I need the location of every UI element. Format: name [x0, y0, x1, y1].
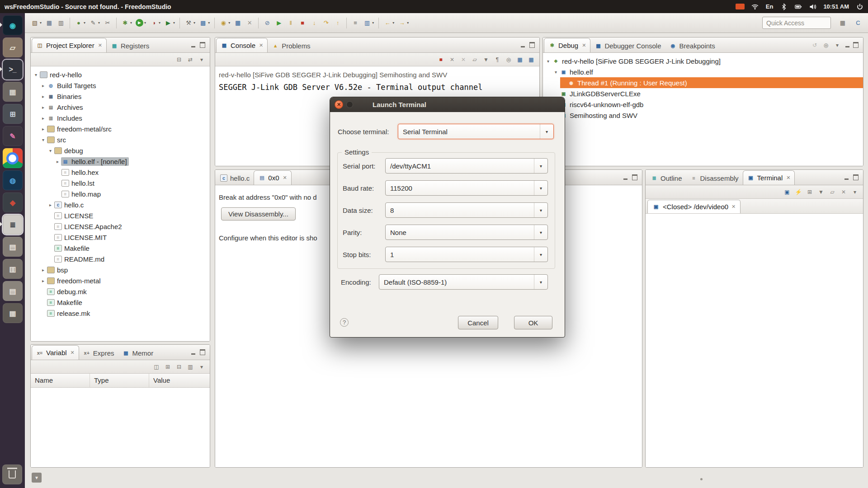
dropdown-arrow-icon[interactable]: ▾	[173, 21, 175, 25]
launcher-icon-app4[interactable]: ▦	[3, 82, 23, 102]
combo-arrow-icon[interactable]: ▾	[534, 159, 547, 173]
expand-arrow-icon[interactable]: ▸	[40, 105, 47, 110]
back-button[interactable]: ← ▾	[382, 17, 396, 29]
column-header[interactable]: Value	[149, 374, 210, 387]
tab-hello-c[interactable]: c hello.c ✕	[216, 171, 254, 185]
status-launch-icon[interactable]: ▾	[32, 473, 42, 483]
remove-button[interactable]: ✕ ▾	[244, 17, 255, 29]
tree-item[interactable]: ▸ ◎ Build Targets	[31, 80, 210, 91]
combo-arrow-icon[interactable]: ▾	[534, 275, 547, 289]
dropdown-arrow-icon[interactable]: ▾	[208, 21, 210, 25]
maximize-button[interactable]	[853, 174, 859, 181]
step-return-button[interactable]: ↑ ▾	[332, 17, 343, 29]
collapse-all-button[interactable]: ⊟	[175, 55, 184, 64]
tab-project-explorer[interactable]: ◫ Project Explorer ✕	[32, 38, 107, 52]
ok-button[interactable]: OK	[514, 316, 552, 329]
terminal-connection-tab[interactable]: ▣ <Closed> /dev/video0 ✕	[647, 200, 741, 213]
battery-icon[interactable]	[794, 3, 802, 10]
new-terminal-view-button[interactable]: ⊞	[805, 188, 814, 197]
toolbar-button[interactable]: ▾	[116, 18, 117, 28]
variables-table-body[interactable]	[31, 388, 210, 467]
network-icon[interactable]	[751, 3, 759, 10]
add-variable-button[interactable]: ⊞	[163, 362, 172, 371]
tab-terminal[interactable]: ▣ Terminal ✕	[743, 170, 795, 185]
scroll-lock-button[interactable]: ▼▾	[481, 55, 491, 64]
dropdown-arrow-icon[interactable]: ▾	[407, 21, 409, 25]
cut-button[interactable]: ✂ ▾	[102, 17, 113, 29]
dropdown-arrow-icon[interactable]: ▾	[84, 21, 85, 25]
dialog-titlebar[interactable]: ✕ Launch Terminal	[330, 97, 565, 112]
indicator-app-icon[interactable]	[736, 4, 745, 9]
tab-variables[interactable]: x= Variabl ✕	[32, 345, 79, 360]
pin-console-button[interactable]: ◎▾	[504, 55, 513, 64]
resume-button[interactable]: ▶ ▾	[274, 17, 284, 29]
skip-breakpoints-button[interactable]: ⊘ ▾	[262, 17, 273, 29]
expand-arrow-icon[interactable]: ▸	[54, 159, 61, 164]
field-select[interactable]: /dev/ttyACM1 ▾	[385, 158, 548, 174]
terminal-menu-button[interactable]: ▾	[850, 188, 859, 197]
dialog-close-button[interactable]: ✕	[335, 100, 343, 109]
expand-arrow-icon[interactable]: ▸	[40, 116, 47, 121]
tab-close-icon[interactable]: ✕	[582, 42, 586, 48]
quick-access-input[interactable]	[762, 17, 831, 29]
tab-breakpoints[interactable]: ◉ Breakpoints ✕	[665, 39, 719, 52]
combo-arrow-icon[interactable]: ▾	[540, 124, 553, 139]
minimize-button[interactable]	[843, 174, 849, 181]
external-run-button[interactable]: ▶ ▾	[163, 17, 176, 29]
tree-item[interactable]: ≡ hello.map	[31, 188, 210, 199]
tree-item[interactable]: ≡ README.md	[31, 253, 210, 264]
tree-item[interactable]: ≡ debug.mk	[31, 286, 210, 297]
minimize-button[interactable]	[622, 174, 628, 181]
debug-button[interactable]: ✱ ▾	[120, 17, 133, 29]
launcher-icon-freedomstudio[interactable]: ◉	[3, 15, 23, 35]
terminate-console-button[interactable]: ■▾	[436, 55, 445, 64]
dropdown-arrow-icon[interactable]: ▾	[144, 21, 146, 25]
dropdown-arrow-icon[interactable]: ▾	[159, 21, 160, 25]
field-select[interactable]: None ▾	[385, 225, 548, 240]
link-editor-button[interactable]: ⇄	[186, 55, 195, 64]
launcher-icon-terminal[interactable]: >_	[3, 60, 23, 80]
dropdown-arrow-icon[interactable]: ▾	[392, 21, 394, 25]
display-console-button[interactable]: ▦▾	[515, 55, 524, 64]
restart-button[interactable]: ↺	[810, 41, 819, 50]
show-columns-button[interactable]: ◫	[152, 362, 161, 371]
disconnect-button[interactable]: ✕	[839, 188, 848, 197]
step-into-button[interactable]: ↓ ▾	[309, 17, 320, 29]
tab-registers[interactable]: ▦ Registers ✕	[107, 39, 153, 52]
variables-menu-button[interactable]: ▾	[197, 362, 206, 371]
run-button[interactable]: ▶ ▾	[134, 17, 147, 29]
tab-close-icon[interactable]: ✕	[786, 175, 790, 181]
remove-variable-button[interactable]: ⊟	[175, 362, 184, 371]
choose-terminal-select[interactable]: Serial Terminal ▾	[398, 124, 554, 139]
tab-outline[interactable]: ≣ Outline ✕	[646, 171, 686, 185]
open-perspective-button[interactable]: ▦ ▾	[837, 17, 848, 29]
combo-arrow-icon[interactable]: ▾	[534, 225, 547, 239]
new-c-project-button[interactable]: ▩ ▾	[198, 17, 211, 29]
tab-close-icon[interactable]: ✕	[71, 350, 75, 356]
tree-item[interactable]: ≡ LICENSE	[31, 210, 210, 221]
session-menu-icon[interactable]	[856, 3, 863, 10]
expand-arrow-icon[interactable]: ▸	[40, 94, 47, 99]
tab-console[interactable]: ▦ Console ✕	[216, 38, 268, 52]
tree-item[interactable]: ≡ LICENSE.MIT	[31, 232, 210, 243]
tree-item[interactable]: ▸ ▥ Includes	[31, 113, 210, 123]
pin-debug-button[interactable]: ◎	[821, 41, 830, 50]
combo-arrow-icon[interactable]: ▾	[534, 181, 547, 195]
tab-expressions[interactable]: x+ Expres ✕	[79, 346, 118, 360]
tree-item[interactable]: ≡ Makefile	[31, 297, 210, 308]
tree-item[interactable]: ≡ release.mk	[31, 308, 210, 319]
tree-item[interactable]: ≡ LICENSE.Apache2	[31, 221, 210, 232]
launcher-icon-app9[interactable]: ◆	[3, 192, 23, 212]
launcher-icon-chrome[interactable]	[3, 148, 23, 168]
expand-arrow-icon[interactable]: ▸	[40, 278, 47, 283]
field-select[interactable]: 115200 ▾	[385, 180, 548, 196]
expand-arrow-icon[interactable]: ▾	[33, 72, 39, 77]
volume-icon[interactable]	[809, 3, 816, 10]
minimize-button[interactable]	[844, 42, 850, 48]
save-button[interactable]: ▦ ▾	[44, 17, 55, 29]
maximize-button[interactable]	[853, 42, 859, 48]
tab-0x0[interactable]: ▤ 0x0 ✕	[254, 170, 291, 185]
tree-item[interactable]: ▸ freedom-metal/src	[31, 123, 210, 134]
tree-item[interactable]: ▾ src	[31, 134, 210, 145]
collapse-variables-button[interactable]: ▥	[186, 362, 195, 371]
